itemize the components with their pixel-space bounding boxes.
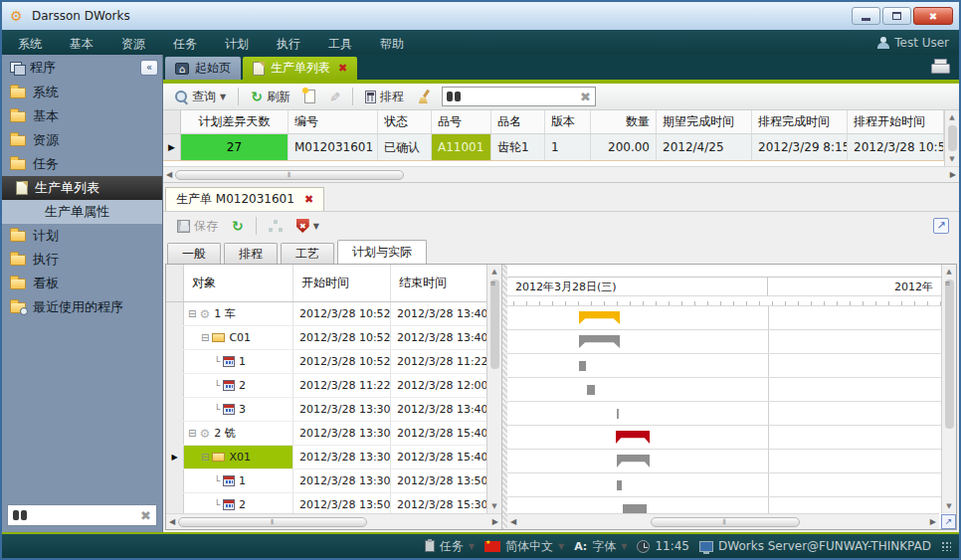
clear-search-icon[interactable]: ✖: [140, 508, 151, 523]
cell-版本[interactable]: 1: [545, 134, 591, 160]
validate-button[interactable]: ✖ ▼: [292, 217, 323, 235]
cell-品号[interactable]: A11001: [432, 134, 491, 160]
menu-item-执行[interactable]: 执行: [277, 37, 300, 51]
column-header-编号[interactable]: 编号: [288, 110, 378, 133]
tree-row-3[interactable]: └32012/3/28 13:302012/3/28 13:40: [166, 398, 486, 422]
gantt-bar[interactable]: [617, 480, 622, 490]
query-dropdown-caret[interactable]: ▼: [220, 93, 226, 101]
detail-doc-tab[interactable]: 生产单 M012031601 ✖: [165, 187, 324, 211]
refresh-button[interactable]: ↻ 刷新: [247, 87, 294, 107]
menu-item-任务[interactable]: 任务: [173, 37, 197, 51]
column-header-排程完成时间[interactable]: 排程完成时间: [752, 110, 848, 133]
tree-row-2[interactable]: └22012/3/28 11:222012/3/28 12:00: [166, 374, 486, 398]
column-header-品名[interactable]: 品名: [491, 110, 545, 133]
new-button[interactable]: [300, 88, 319, 105]
edit-button[interactable]: ✎: [325, 88, 344, 106]
close-detail-tab-icon[interactable]: ✖: [304, 193, 313, 206]
tree-object-cell[interactable]: └3: [184, 398, 293, 421]
sidebar-item-看板[interactable]: 看板: [2, 272, 162, 295]
tree-row-selector[interactable]: [166, 422, 184, 445]
menu-item-计划[interactable]: 计划: [225, 37, 249, 51]
tree-object-cell[interactable]: └2: [184, 374, 293, 397]
tree-object-cell[interactable]: ⊟C01: [184, 326, 293, 349]
tree-row-X01[interactable]: ▶⊟X012012/3/28 13:302012/3/28 15:40: [166, 446, 486, 469]
subtab-排程[interactable]: 排程: [224, 243, 278, 264]
validate-dropdown-caret[interactable]: ▼: [313, 222, 319, 231]
tree-object-cell[interactable]: └1: [184, 469, 293, 492]
tree-vertical-scrollbar[interactable]: ▲≡▼: [486, 265, 501, 513]
cell-期望完成时间[interactable]: 2012/4/25: [657, 134, 752, 160]
tree-object-cell[interactable]: ⊟⚙1 车: [184, 302, 293, 325]
sidebar-item-计划[interactable]: 计划: [2, 224, 162, 248]
gantt-bar[interactable]: [623, 504, 647, 513]
tree-row-1[interactable]: └12012/3/28 10:522012/3/28 11:22: [166, 350, 486, 374]
tree-row-1[interactable]: └12012/3/28 13:302012/3/28 13:50: [166, 469, 486, 493]
schedule-button[interactable]: 排程: [361, 87, 408, 107]
gantt-bar[interactable]: [617, 455, 650, 467]
sidebar-item-最近使用的程序[interactable]: 最近使用的程序: [2, 295, 162, 319]
resize-grip[interactable]: [941, 541, 951, 551]
column-header-版本[interactable]: 版本: [545, 110, 591, 133]
minimize-button[interactable]: [852, 7, 880, 25]
sidebar-search-input[interactable]: [27, 508, 140, 522]
subtab-一般[interactable]: 一般: [167, 243, 221, 264]
tab-起始页[interactable]: ⌂起始页: [165, 57, 241, 80]
gantt-bar[interactable]: [579, 311, 620, 324]
subtab-计划与实际[interactable]: 计划与实际: [337, 240, 427, 264]
sidebar-item-生产单列表[interactable]: 生产单列表: [2, 176, 162, 200]
grid-horizontal-scrollbar[interactable]: ◀ ⦀ ▶: [163, 166, 959, 182]
sidebar-collapse-button[interactable]: «: [140, 60, 158, 76]
tree-row-1 车[interactable]: ⊟⚙1 车2012/3/28 10:522012/3/28 13:40: [166, 302, 486, 326]
gantt-bar[interactable]: [617, 409, 619, 419]
detail-refresh-button[interactable]: ↻: [228, 218, 248, 235]
gantt-horizontal-scrollbar[interactable]: ◀ ⦀ ▶: [507, 513, 939, 529]
tree-column-header-开始时间[interactable]: 开始时间: [293, 265, 391, 301]
gantt-popout-icon[interactable]: ↗: [941, 514, 956, 529]
column-header-状态[interactable]: 状态: [378, 110, 432, 133]
tree-row-2[interactable]: └22012/3/28 13:502012/3/28 15:30: [166, 493, 486, 513]
gantt-bar[interactable]: [579, 335, 620, 348]
clear-search-icon[interactable]: ✖: [580, 90, 591, 104]
column-header-排程开始时间[interactable]: 排程开始时间: [848, 110, 944, 133]
printer-icon[interactable]: [931, 62, 949, 74]
tree-row-selector[interactable]: [166, 302, 184, 325]
tree-horizontal-scrollbar[interactable]: ◀ ⦀ ▶: [166, 513, 501, 529]
sidebar-item-资源[interactable]: 资源: [2, 128, 162, 152]
tab-生产单列表[interactable]: 生产单列表✖: [243, 57, 357, 80]
font-selector[interactable]: A: 字体▼: [574, 538, 627, 555]
tree-object-cell[interactable]: ⊟X01: [184, 446, 293, 468]
column-header-计划差异天数[interactable]: 计划差异天数: [181, 110, 288, 133]
query-button[interactable]: 查询▼: [171, 87, 230, 107]
row-selector[interactable]: ▶: [163, 134, 181, 160]
tree-object-cell[interactable]: ⊟⚙2 铣: [184, 422, 293, 445]
sidebar-item-任务[interactable]: 任务: [2, 152, 162, 176]
cell-品名[interactable]: 齿轮1: [491, 134, 545, 160]
tree-row-selector[interactable]: [166, 350, 184, 373]
sidebar-item-基本[interactable]: 基本: [2, 104, 162, 128]
cell-编号[interactable]: M012031601: [288, 134, 378, 160]
close-tab-icon[interactable]: ✖: [338, 62, 347, 75]
column-header-期望完成时间[interactable]: 期望完成时间: [657, 110, 752, 133]
expand-toggle-icon[interactable]: ⊟: [201, 332, 209, 343]
menu-item-系统[interactable]: 系统: [18, 37, 42, 51]
sidebar-item-系统[interactable]: 系统: [2, 81, 162, 104]
relation-button[interactable]: [265, 218, 287, 234]
tree-row-C01[interactable]: ⊟C012012/3/28 10:522012/3/28 13:40: [166, 326, 486, 350]
close-button[interactable]: ✖: [913, 7, 953, 25]
cell-数量[interactable]: 200.00: [591, 134, 657, 160]
tree-row-selector[interactable]: ▶: [166, 446, 184, 468]
tree-object-cell[interactable]: └2: [184, 493, 293, 513]
gantt-bar[interactable]: [616, 431, 650, 444]
cell-状态[interactable]: 已确认: [378, 134, 432, 160]
tree-row-2 铣[interactable]: ⊟⚙2 铣2012/3/28 13:302012/3/28 15:40: [166, 422, 486, 446]
clean-button[interactable]: [414, 88, 436, 105]
column-header-品号[interactable]: 品号: [432, 110, 491, 133]
grid-vertical-scrollbar[interactable]: ▲▼: [944, 110, 959, 166]
subtab-工艺[interactable]: 工艺: [281, 243, 334, 264]
expand-toggle-icon[interactable]: ⊟: [201, 452, 209, 463]
cell-排程开始时间[interactable]: 2012/3/28 10:52: [848, 134, 944, 160]
menu-item-帮助[interactable]: 帮助: [380, 37, 404, 51]
expand-toggle-icon[interactable]: ⊟: [188, 428, 196, 439]
sidebar-item-执行[interactable]: 执行: [2, 248, 162, 272]
gantt-bar[interactable]: [587, 385, 595, 395]
